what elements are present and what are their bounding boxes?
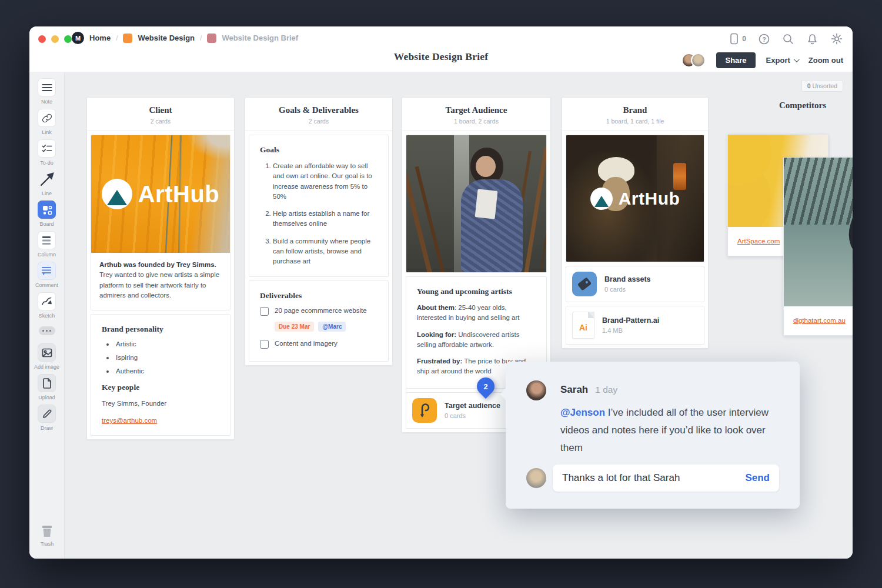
device-sync-indicator[interactable]: 0	[728, 32, 746, 45]
tool-add-image[interactable]: Add image	[34, 343, 59, 370]
tool-sketch[interactable]: Sketch	[38, 292, 56, 319]
deliverables-card[interactable]: Deliverables 20 page ecommmerce website …	[249, 280, 389, 362]
comment-popup: Sarah 1 day @Jenson I’ve included all of…	[506, 362, 800, 509]
tool-note[interactable]: Note	[38, 78, 56, 105]
client-image-card[interactable]: ArtHub Arthub was founded by Trey Simms.…	[91, 135, 230, 310]
export-button[interactable]: Export	[766, 56, 798, 65]
minimize-window-button[interactable]	[51, 35, 59, 43]
board-icon	[42, 205, 52, 215]
card-heading: Young and upcoming artists	[417, 287, 536, 296]
gear-icon	[830, 32, 843, 45]
card-heading: Key people	[102, 383, 219, 392]
unsorted-badge[interactable]: 0 Unsorted	[801, 80, 843, 92]
sub-board-item[interactable]: Brand assets 0 cards	[566, 266, 704, 302]
file-name: Brand-Pattern.ai	[602, 316, 659, 325]
sub-board-label: Target audience	[445, 402, 500, 410]
column-client[interactable]: Client 2 cards ArtHub Arthub was founded…	[86, 97, 235, 440]
tool-label: Board	[39, 221, 54, 227]
list-item: Help artists establish a name for themse…	[273, 209, 377, 229]
sub-board-count: 0 cards	[445, 412, 500, 419]
column-brand[interactable]: Brand 1 board, 1 card, 1 file ArtHub Bra…	[562, 97, 709, 349]
personality-list: Artistic Ispiring Authentic	[102, 340, 219, 375]
tool-sidebar: Note Link To-do Line Board Column	[29, 72, 65, 559]
arthub-logo: ArtHub	[91, 179, 230, 209]
breadcrumb-separator: /	[200, 34, 202, 42]
card-heading: Deliverables	[260, 291, 377, 300]
assignee-tag[interactable]: @Marc	[318, 322, 346, 332]
due-date-tag[interactable]: Due 23 Mar	[275, 322, 314, 332]
send-button[interactable]: Send	[745, 472, 770, 484]
more-tools-button[interactable]	[39, 326, 55, 335]
phone-icon	[728, 32, 740, 45]
mention-link[interactable]: @Jenson	[560, 407, 605, 418]
arthub-logo-mark-icon	[590, 188, 613, 210]
tool-board[interactable]: Board	[38, 201, 56, 227]
column-subtitle: 2 cards	[245, 118, 392, 125]
tag-board-icon	[572, 272, 597, 296]
svg-text:?: ?	[762, 36, 766, 42]
breadcrumb-home[interactable]: Home	[89, 34, 111, 42]
close-window-button[interactable]	[38, 35, 46, 43]
tool-link[interactable]: Link	[38, 109, 56, 135]
tool-comment[interactable]: Comment	[35, 262, 58, 288]
tool-label: Line	[42, 191, 52, 196]
avatar	[526, 380, 546, 400]
arthub-brand-image: ArtHub	[91, 135, 230, 253]
device-count: 0	[742, 35, 746, 43]
sketch-icon	[41, 296, 52, 306]
sub-board-label: Brand assets	[604, 275, 651, 283]
zoom-window-button[interactable]	[64, 35, 72, 43]
chevron-down-icon	[794, 56, 800, 62]
breadcrumb-parent[interactable]: Website Design	[138, 34, 195, 42]
tool-upload[interactable]: Upload	[38, 374, 56, 400]
search-button[interactable]	[782, 33, 794, 45]
collaborator-avatars[interactable]	[681, 53, 706, 68]
zoom-out-button[interactable]: Zoom out	[808, 56, 843, 65]
column-goals-deliverables[interactable]: Goals & Deliverables 2 cards Goals Creat…	[245, 97, 393, 366]
avatar	[526, 468, 546, 488]
tool-line[interactable]: Line	[38, 170, 56, 196]
artist-studio-photo	[406, 135, 546, 272]
file-item[interactable]: Ai Brand-Pattern.ai 1.4 MB	[566, 306, 704, 345]
classical-painting-image: ArtHub	[566, 135, 704, 262]
breadcrumb-separator: /	[116, 34, 118, 42]
competitor-link[interactable]: ArtSpace.com	[737, 238, 780, 245]
card-heading: Brand personality	[102, 325, 219, 334]
column-subtitle: 1 board, 2 cards	[402, 118, 550, 125]
todo-checkbox[interactable]	[260, 307, 269, 316]
help-button[interactable]: ?	[758, 33, 770, 45]
notifications-button[interactable]	[806, 33, 818, 45]
board-icon-pink	[207, 34, 216, 43]
arthub-logo: ArtHub	[566, 188, 704, 210]
brand-personality-card[interactable]: Brand personality Artistic Ispiring Auth…	[91, 314, 230, 436]
todo-checkbox[interactable]	[260, 340, 269, 349]
window-controls[interactable]	[38, 35, 72, 43]
image-caption-bold: Arthub was founded by Trey Simms.	[99, 260, 222, 270]
tool-label: Draw	[41, 425, 53, 431]
settings-button[interactable]	[830, 32, 843, 45]
comment-count: 2	[483, 382, 487, 391]
app-logo-icon[interactable]: M	[72, 32, 84, 44]
topbar: M Home / Website Design / Website Design…	[29, 26, 853, 72]
brand-image-card[interactable]: ArtHub	[566, 135, 704, 262]
email-link[interactable]: treys@arthub.com	[102, 417, 157, 424]
goals-card[interactable]: Goals Create an affordable way to sell a…	[249, 135, 389, 277]
ai-file-icon: Ai	[572, 312, 594, 339]
column-title: Client	[87, 105, 234, 115]
trash-label: Trash	[41, 541, 54, 547]
column-subtitle: 2 cards	[87, 118, 234, 125]
column-title: Target Audience	[402, 105, 550, 115]
tool-column[interactable]: Column	[38, 231, 56, 258]
file-size: 1.4 MB	[602, 327, 659, 334]
competitor-link[interactable]: digthatart.com.au	[793, 317, 846, 324]
reply-input[interactable]	[562, 472, 745, 484]
share-button[interactable]: Share	[716, 52, 755, 68]
board-canvas[interactable]: 0 Unsorted Client 2 cards ArtHub Arthub …	[65, 72, 853, 559]
tool-draw[interactable]: Draw	[38, 405, 56, 431]
trash-dropzone[interactable]: Trash	[29, 523, 65, 547]
tool-todo[interactable]: To-do	[38, 139, 56, 166]
audience-image-card[interactable]	[406, 135, 547, 273]
tool-label: Add image	[34, 364, 59, 370]
street-artist-photo	[784, 158, 853, 306]
competitor-card-digthatart[interactable]: digthatart.com.au	[783, 157, 853, 336]
